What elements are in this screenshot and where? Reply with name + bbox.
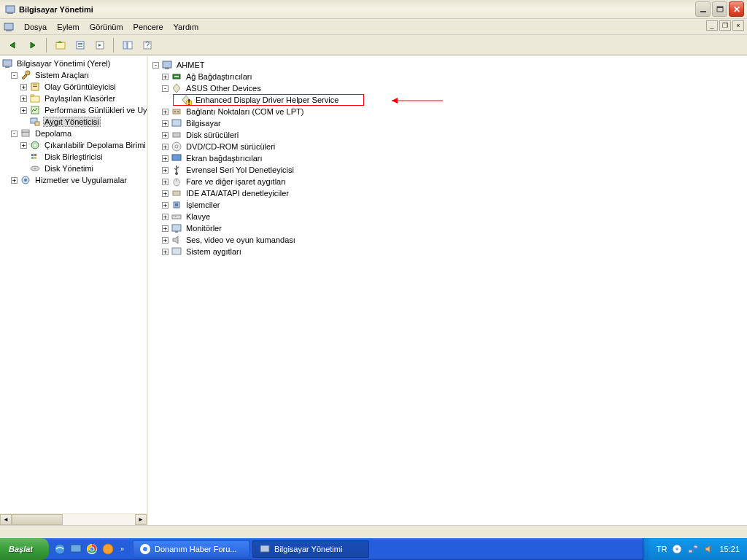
ie-icon[interactable] xyxy=(53,542,66,556)
expand-icon[interactable]: + xyxy=(162,249,169,255)
expand-icon[interactable]: + xyxy=(162,225,169,232)
expand-icon[interactable]: + xyxy=(162,237,169,244)
collapse-icon[interactable]: - xyxy=(11,131,18,137)
svg-rect-22 xyxy=(33,86,37,87)
tree-item-disk-defrag[interactable]: Disk Birleştiricisi xyxy=(1,151,145,163)
tray-show-hidden-icon[interactable] xyxy=(671,543,683,555)
device-tree[interactable]: - AHMET + Ağ Bağdaştırıcıları - ASUS Oth… xyxy=(148,56,747,260)
device-category-asus-other[interactable]: - ASUS Other Devices xyxy=(152,82,743,94)
chrome-icon[interactable] xyxy=(85,542,98,556)
start-button[interactable]: Başlat xyxy=(0,538,49,560)
device-category-monitors[interactable]: + Monitörler xyxy=(152,222,743,234)
device-category-usb[interactable]: + Evrensel Seri Yol Denetleyicisi xyxy=(152,164,743,176)
svg-rect-62 xyxy=(177,216,177,217)
svg-point-36 xyxy=(34,168,36,169)
device-category-network[interactable]: + Ağ Bağdaştırıcıları xyxy=(152,71,743,82)
svg-rect-31 xyxy=(31,154,34,156)
device-category-mice[interactable]: + Fare ve diğer işaret aygıtları xyxy=(152,176,743,187)
device-item-enhanced-display[interactable]: ! Enhanced Display Driver Helper Service xyxy=(152,94,743,106)
expand-icon[interactable]: + xyxy=(20,142,27,149)
taskbar-item-browser[interactable]: Donanım Haber Foru... xyxy=(133,540,249,558)
menu-action[interactable]: Eylem xyxy=(52,20,85,34)
collapse-icon[interactable]: - xyxy=(162,85,169,92)
desktop-icon[interactable] xyxy=(69,542,82,556)
menu-view[interactable]: Görünüm xyxy=(85,20,128,34)
expand-icon[interactable]: + xyxy=(162,202,169,209)
expand-icon[interactable]: + xyxy=(162,190,169,197)
expand-icon[interactable]: + xyxy=(20,84,27,90)
quick-launch-chevron[interactable]: » xyxy=(117,545,127,553)
menu-help[interactable]: Yardım xyxy=(169,20,204,34)
tray-network-icon[interactable] xyxy=(687,543,699,555)
expand-icon[interactable]: + xyxy=(11,177,18,184)
language-indicator[interactable]: TR xyxy=(657,545,667,553)
svg-point-19 xyxy=(26,71,30,75)
device-category-disk[interactable]: + Disk sürücüleri xyxy=(152,129,743,141)
tree-item-perf-logs[interactable]: + Performans Günlükleri ve Uy xyxy=(1,104,145,116)
minimize-button[interactable] xyxy=(695,1,711,17)
expand-icon[interactable]: + xyxy=(162,132,169,139)
device-root[interactable]: - AHMET xyxy=(152,59,743,71)
clock[interactable]: 15:21 xyxy=(719,545,740,553)
taskbar-item-compmgmt[interactable]: Bilgisayar Yönetimi xyxy=(252,540,369,558)
horizontal-scrollbar[interactable]: ◄ ► xyxy=(0,513,147,525)
device-category-system[interactable]: + Sistem aygıtları xyxy=(152,246,743,257)
forward-button[interactable] xyxy=(24,37,41,53)
menu-window[interactable]: Pencere xyxy=(128,20,169,34)
help-button[interactable]: ? xyxy=(139,37,155,53)
device-category-computer[interactable]: + Bilgisayar xyxy=(152,117,743,129)
device-category-processors[interactable]: + İşlemciler xyxy=(152,199,743,211)
expand-icon[interactable]: + xyxy=(20,107,27,114)
refresh-button[interactable] xyxy=(91,37,108,53)
device-category-ports[interactable]: + Bağlantı Noktaları (COM ve LPT) xyxy=(152,106,743,117)
tree-item-event-viewer[interactable]: + Olay Görüntüleyicisi xyxy=(1,81,145,93)
back-button[interactable] xyxy=(4,37,21,53)
tree-label: Performans Günlükleri ve Uy xyxy=(43,105,147,115)
close-button[interactable]: ✕ xyxy=(729,1,744,17)
properties-button[interactable] xyxy=(71,37,88,53)
collapse-icon[interactable]: - xyxy=(152,62,159,69)
show-hide-button[interactable] xyxy=(119,37,136,53)
tree-item-system-tools[interactable]: - Sistem Araçları xyxy=(1,69,145,81)
tree-item-storage[interactable]: - Depolama xyxy=(1,128,145,139)
perf-icon xyxy=(29,104,41,116)
expand-icon[interactable]: + xyxy=(162,74,169,80)
expand-icon[interactable]: + xyxy=(162,109,169,115)
tray-volume-icon[interactable] xyxy=(703,543,715,555)
device-category-sound[interactable]: + Ses, video ve oyun kumandası xyxy=(152,234,743,246)
expand-icon[interactable]: + xyxy=(162,155,169,162)
tree-label: Enhanced Display Driver Helper Service xyxy=(194,95,340,105)
scroll-left-button[interactable]: ◄ xyxy=(0,514,12,525)
expand-icon[interactable]: + xyxy=(162,120,169,127)
tree-root[interactable]: Bilgisayar Yönetimi (Yerel) xyxy=(1,58,145,69)
up-button[interactable] xyxy=(52,37,69,53)
app-icon[interactable] xyxy=(101,542,115,556)
tree-item-shared-folders[interactable]: + Paylaşılan Klasörler xyxy=(1,93,145,104)
tree-item-services[interactable]: + Hizmetler ve Uygulamalar xyxy=(1,174,145,186)
expand-icon[interactable]: + xyxy=(162,179,169,185)
mdi-close-button[interactable]: × xyxy=(732,20,744,31)
right-pane: - AHMET + Ağ Bağdaştırıcıları - ASUS Oth… xyxy=(148,56,747,525)
device-category-keyboards[interactable]: + Klavye xyxy=(152,211,743,222)
tree-label: Sistem aygıtları xyxy=(185,246,243,257)
expand-icon[interactable]: + xyxy=(20,96,27,102)
scroll-right-button[interactable]: ► xyxy=(135,514,147,525)
tree-item-device-manager[interactable]: Aygıt Yöneticisi xyxy=(1,116,145,128)
device-category-dvd[interactable]: + DVD/CD-ROM sürücüleri xyxy=(152,141,743,152)
console-tree[interactable]: Bilgisayar Yönetimi (Yerel) - Sistem Ara… xyxy=(0,56,147,513)
mdi-restore-button[interactable]: ❐ xyxy=(719,20,731,31)
expand-icon[interactable]: + xyxy=(162,144,169,150)
scroll-track[interactable] xyxy=(12,514,135,525)
expand-icon[interactable]: + xyxy=(162,214,169,220)
device-category-display[interactable]: + Ekran bağdaştırıcıları xyxy=(152,152,743,164)
collapse-icon[interactable]: - xyxy=(11,72,18,79)
tree-item-disk-mgmt[interactable]: Disk Yönetimi xyxy=(1,163,145,174)
device-category-ide[interactable]: + IDE ATA/ATAPI denetleyiciler xyxy=(152,187,743,199)
tree-item-removable-storage[interactable]: + Çıkarılabilir Depolama Birimi xyxy=(1,139,145,151)
expand-icon[interactable]: + xyxy=(162,167,169,174)
mdi-minimize-button[interactable]: _ xyxy=(706,20,718,31)
menu-file[interactable]: Dosya xyxy=(19,20,52,34)
maximize-button[interactable] xyxy=(712,1,727,17)
usb-icon xyxy=(171,164,182,176)
scroll-thumb[interactable] xyxy=(12,514,63,525)
